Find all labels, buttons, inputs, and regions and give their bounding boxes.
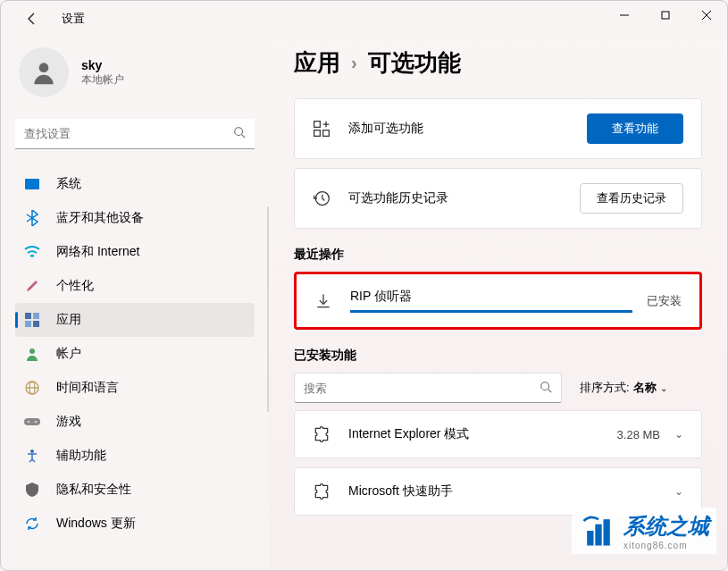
brush-icon bbox=[24, 278, 40, 294]
recent-item-status: 已安装 bbox=[647, 293, 682, 309]
sidebar-item-label: 蓝牙和其他设备 bbox=[56, 210, 144, 226]
recent-item-name: RIP 侦听器 bbox=[350, 289, 632, 305]
sort-dropdown[interactable]: 排序方式: 名称 ⌄ bbox=[580, 380, 667, 396]
back-button[interactable] bbox=[19, 5, 46, 32]
user-subtitle: 本地帐户 bbox=[81, 72, 124, 88]
feature-size: 3.28 MB bbox=[617, 428, 660, 441]
sort-label: 排序方式: bbox=[580, 380, 630, 396]
watermark: 系统之城 xitong86.com bbox=[572, 508, 716, 554]
sidebar-item-apps[interactable]: 应用 bbox=[15, 303, 255, 337]
user-block[interactable]: sky 本地帐户 bbox=[15, 44, 255, 101]
svg-rect-10 bbox=[25, 321, 31, 327]
view-features-button[interactable]: 查看功能 bbox=[587, 113, 683, 144]
sidebar-item-label: 网络和 Internet bbox=[56, 244, 139, 260]
grid-plus-icon bbox=[313, 120, 331, 138]
person-icon bbox=[24, 346, 40, 362]
sidebar-item-label: 隐私和安全性 bbox=[56, 482, 131, 498]
breadcrumb: 应用 › 可选功能 bbox=[294, 47, 702, 79]
sidebar-item-update[interactable]: Windows 更新 bbox=[15, 507, 255, 541]
sidebar-item-brush[interactable]: 个性化 bbox=[15, 269, 255, 303]
breadcrumb-current: 可选功能 bbox=[368, 47, 461, 79]
user-name: sky bbox=[81, 58, 124, 72]
close-button[interactable] bbox=[686, 1, 727, 29]
svg-rect-31 bbox=[604, 519, 610, 545]
installed-label: 已安装功能 bbox=[294, 348, 702, 364]
sidebar-item-label: 系统 bbox=[56, 176, 81, 192]
gamepad-icon bbox=[24, 414, 40, 430]
apps-icon bbox=[24, 312, 40, 328]
maximize-button[interactable] bbox=[645, 1, 686, 29]
breadcrumb-parent[interactable]: 应用 bbox=[294, 47, 340, 79]
recent-item-card[interactable]: RIP 侦听器 已安装 bbox=[294, 272, 702, 330]
monitor-icon bbox=[24, 176, 40, 192]
sidebar-item-label: 辅助功能 bbox=[56, 448, 106, 464]
watermark-logo-icon bbox=[579, 511, 618, 550]
chevron-down-icon: ⌄ bbox=[674, 485, 683, 498]
feature-row[interactable]: Internet Explorer 模式3.28 MB⌄ bbox=[294, 410, 702, 458]
sidebar-item-gamepad[interactable]: 游戏 bbox=[15, 405, 255, 439]
chevron-down-icon: ⌄ bbox=[660, 383, 667, 393]
sidebar-item-accessibility[interactable]: 辅助功能 bbox=[15, 439, 255, 473]
svg-rect-20 bbox=[314, 122, 321, 128]
history-card: 可选功能历史记录 查看历史记录 bbox=[294, 168, 702, 229]
svg-point-28 bbox=[541, 382, 549, 390]
installed-search-box[interactable] bbox=[294, 373, 562, 403]
sidebar-item-person[interactable]: 帐户 bbox=[15, 337, 255, 371]
svg-rect-22 bbox=[323, 130, 330, 137]
history-title: 可选功能历史记录 bbox=[348, 190, 580, 206]
svg-rect-21 bbox=[314, 130, 321, 137]
sidebar-item-shield[interactable]: 隐私和安全性 bbox=[15, 473, 255, 507]
svg-point-19 bbox=[30, 449, 34, 453]
svg-line-29 bbox=[548, 389, 552, 392]
feature-name: Internet Explorer 模式 bbox=[348, 426, 617, 442]
svg-point-12 bbox=[29, 348, 35, 354]
svg-rect-11 bbox=[33, 321, 39, 327]
view-history-button[interactable]: 查看历史记录 bbox=[580, 183, 683, 214]
svg-point-17 bbox=[28, 421, 29, 423]
svg-rect-1 bbox=[662, 12, 669, 19]
svg-rect-8 bbox=[25, 313, 31, 319]
feature-name: Microsoft 快速助手 bbox=[348, 483, 674, 500]
sidebar-item-bluetooth[interactable]: 蓝牙和其他设备 bbox=[15, 201, 255, 235]
add-feature-card: 添加可选功能 查看功能 bbox=[294, 98, 702, 159]
chevron-down-icon: ⌄ bbox=[674, 428, 683, 441]
sidebar-item-label: 游戏 bbox=[56, 414, 81, 430]
sidebar-item-label: 应用 bbox=[56, 312, 81, 328]
svg-rect-9 bbox=[33, 313, 39, 319]
puzzle-icon bbox=[313, 425, 331, 443]
add-feature-title: 添加可选功能 bbox=[348, 121, 587, 137]
svg-point-18 bbox=[35, 421, 37, 423]
watermark-text: 系统之城 bbox=[623, 512, 709, 541]
sidebar-scrollbar[interactable] bbox=[267, 206, 269, 412]
accessibility-icon bbox=[24, 448, 40, 464]
avatar bbox=[19, 47, 69, 97]
recent-label: 最近操作 bbox=[294, 247, 702, 263]
sort-value: 名称 bbox=[633, 380, 657, 396]
sidebar-item-label: 时间和语言 bbox=[56, 380, 119, 396]
history-icon bbox=[313, 189, 331, 207]
window-title: 设置 bbox=[62, 11, 85, 27]
recent-progress-bar bbox=[350, 310, 632, 313]
svg-rect-7 bbox=[25, 179, 39, 189]
bluetooth-icon bbox=[24, 210, 40, 226]
wifi-icon bbox=[24, 244, 40, 260]
svg-line-6 bbox=[242, 135, 246, 139]
sidebar-item-wifi[interactable]: 网络和 Internet bbox=[15, 235, 255, 269]
search-box[interactable] bbox=[15, 119, 255, 149]
update-icon bbox=[24, 516, 40, 532]
svg-rect-30 bbox=[595, 525, 601, 546]
search-input[interactable] bbox=[24, 127, 233, 140]
sidebar-item-label: 个性化 bbox=[56, 278, 94, 294]
watermark-sub: xitong86.com bbox=[623, 541, 709, 550]
sidebar-item-label: Windows 更新 bbox=[56, 516, 136, 532]
sidebar-item-globe[interactable]: 时间和语言 bbox=[15, 371, 255, 405]
sidebar-item-monitor[interactable]: 系统 bbox=[15, 167, 255, 201]
shield-icon bbox=[24, 482, 40, 498]
minimize-button[interactable] bbox=[604, 1, 645, 29]
installed-search-input[interactable] bbox=[304, 382, 540, 395]
globe-icon bbox=[24, 380, 40, 396]
breadcrumb-separator: › bbox=[351, 53, 357, 73]
search-icon bbox=[233, 126, 246, 141]
svg-point-5 bbox=[235, 128, 243, 136]
sidebar-item-label: 帐户 bbox=[56, 346, 81, 362]
